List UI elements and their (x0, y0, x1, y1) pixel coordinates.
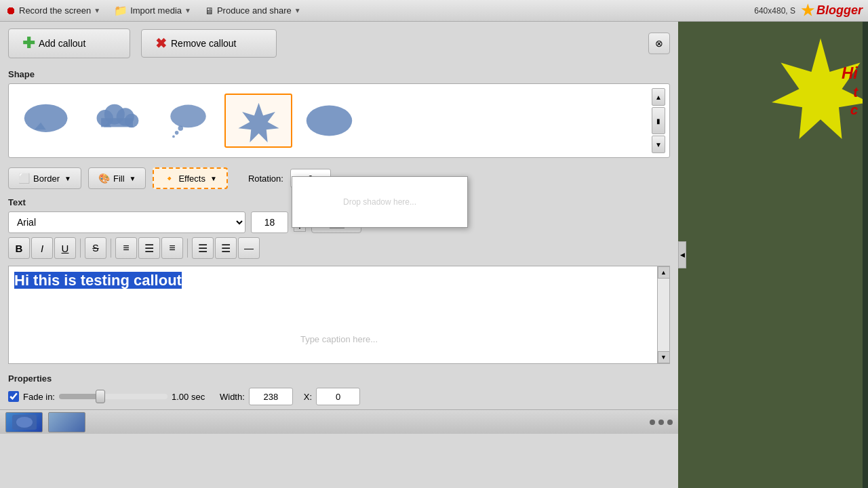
shape-svg-4 (233, 99, 284, 143)
import-arrow-icon: ▼ (184, 7, 191, 14)
bottom-dots (650, 420, 673, 425)
add-callout-label: Add callout (39, 38, 85, 49)
text-selected[interactable]: Hi this is testing callout (14, 272, 182, 289)
bottom-toolbar (0, 409, 678, 434)
remove-callout-button[interactable]: ✖ Remove callout (141, 29, 277, 58)
strikethrough-button[interactable]: S (85, 237, 106, 259)
shape-item-4[interactable] (224, 94, 292, 148)
fade-in-checkbox[interactable] (8, 391, 19, 402)
border-arrow-icon: ▼ (64, 175, 71, 182)
line-button[interactable]: — (238, 237, 260, 259)
shape-section-title: Shape (8, 69, 670, 79)
properties-row: Fade in: 1.00 sec Width: X: (8, 388, 670, 405)
bottom-thumb-1[interactable] (5, 412, 43, 432)
shape-item-5[interactable] (295, 94, 363, 148)
text-scroll-down-button[interactable]: ▼ (658, 351, 670, 363)
fade-in-slider[interactable] (59, 394, 167, 399)
main-area: ✚ Add callout ✖ Remove callout ⊗ Shape (0, 22, 868, 488)
fade-in-value: 1.00 sec (172, 392, 209, 402)
svg-point-13 (306, 105, 352, 136)
top-right-info: 640x480, S ★ Blogger (754, 2, 863, 20)
format-divider-1 (80, 239, 81, 258)
panel-scroll-left-button[interactable]: ◀ (678, 241, 686, 268)
shape-svg-2 (92, 99, 143, 143)
shape-scroll-down-button[interactable]: ▼ (652, 136, 665, 153)
shape-item-2[interactable] (83, 94, 151, 148)
font-size-input[interactable] (251, 211, 288, 233)
right-strip (863, 22, 868, 488)
text-area-scrollbar: ▲ ▼ (657, 266, 669, 363)
border-button[interactable]: ⬜ Border ▼ (8, 167, 81, 189)
justify-button-2[interactable]: ☰ (215, 237, 237, 259)
add-callout-button[interactable]: ✚ Add callout (8, 28, 130, 58)
x-item: X: (304, 388, 360, 405)
svg-point-8 (170, 104, 206, 127)
plus-icon: ✚ (22, 35, 35, 52)
record-toolbar-item[interactable]: ⏺ Record the screen ▼ (5, 5, 100, 17)
align-center-button[interactable]: ☰ (138, 237, 160, 259)
top-toolbar: ⏺ Record the screen ▼ 📁 Import media ▼ 🖥… (0, 0, 868, 22)
format-row: B I U S ≡ ☰ ≡ ☰ ☰ — (8, 237, 670, 259)
width-label: Width: (220, 392, 245, 402)
underline-button[interactable]: U (54, 237, 76, 259)
shape-svg-1 (22, 99, 73, 143)
width-input[interactable] (249, 388, 293, 405)
svg-point-10 (174, 131, 178, 135)
fill-arrow-icon: ▼ (130, 175, 136, 182)
effects-button[interactable]: 🔸 Effects ▼ (153, 167, 227, 189)
shape-item-1[interactable] (13, 94, 81, 148)
shape-scroll-buttons: ▲ ▮ ▼ (652, 88, 665, 153)
justify-button-1[interactable]: ☰ (192, 237, 214, 259)
shape-scroll (13, 94, 649, 148)
bottom-thumb-2[interactable] (48, 412, 85, 432)
effects-icon: 🔸 (163, 173, 175, 184)
border-label: Border (33, 174, 60, 184)
fade-in-label: Fade in: (23, 392, 55, 402)
align-left-button[interactable]: ≡ (115, 237, 137, 259)
shape-scroll-up-button[interactable]: ▲ (652, 88, 665, 106)
x-icon: ✖ (155, 35, 167, 52)
produce-arrow-icon: ▼ (294, 7, 301, 14)
import-toolbar-item[interactable]: 📁 Import media ▼ (114, 4, 191, 17)
scroll-left-icon: ◀ (680, 251, 685, 258)
right-panel-content: ◀ Hi t c (678, 22, 868, 488)
left-panel: ✚ Add callout ✖ Remove callout ⊗ Shape (0, 22, 678, 488)
x-input[interactable] (316, 388, 360, 405)
slider-thumb (96, 390, 105, 403)
remove-callout-label: Remove callout (171, 38, 237, 49)
fill-icon: 🎨 (98, 173, 110, 184)
shape-item-3[interactable] (154, 94, 222, 148)
text-scroll-up-button[interactable]: ▲ (658, 266, 670, 279)
svg-point-11 (172, 135, 175, 138)
x-label: X: (304, 392, 312, 402)
blogger-logo: ★ Blogger (801, 2, 863, 20)
produce-toolbar-item[interactable]: 🖥 Produce and share ▼ (205, 5, 301, 16)
font-select[interactable]: Arial (8, 211, 245, 233)
fill-button[interactable]: 🎨 Fill ▼ (88, 167, 146, 189)
format-divider-3 (187, 239, 188, 258)
text-content: Hi this is testing callout Type caption … (9, 266, 669, 363)
blogger-star-icon: ★ (801, 2, 814, 20)
record-icon: ⏺ (5, 5, 16, 17)
right-panel-text: Hi t c (842, 62, 858, 119)
collapse-icon: ⊗ (655, 38, 663, 49)
callout-buttons-row: ✚ Add callout ✖ Remove callout ⊗ (0, 22, 678, 65)
shape-svg-3 (163, 99, 214, 143)
effects-arrow-icon: ▼ (210, 175, 217, 182)
align-right-button[interactable]: ≡ (161, 237, 183, 259)
shape-container: ▲ ▮ ▼ (8, 83, 670, 158)
shape-scroll-mid-button[interactable]: ▮ (652, 107, 665, 134)
dot-3 (667, 420, 673, 425)
thumb-icon-1 (11, 413, 38, 431)
bold-button[interactable]: B (8, 237, 30, 259)
italic-button[interactable]: I (31, 237, 53, 259)
collapse-button[interactable]: ⊗ (648, 33, 670, 54)
shape-section: Shape (0, 65, 678, 163)
border-icon: ⬜ (18, 173, 30, 184)
record-label: Record the screen (19, 5, 91, 16)
text-area-container: Hi this is testing callout Type caption … (8, 266, 670, 364)
properties-section: Properties Fade in: 1.00 sec Width: X: (0, 369, 678, 409)
produce-label: Produce and share (217, 5, 292, 16)
effects-placeholder-text: Drop shadow here... (299, 184, 460, 220)
properties-section-title: Properties (8, 373, 670, 384)
